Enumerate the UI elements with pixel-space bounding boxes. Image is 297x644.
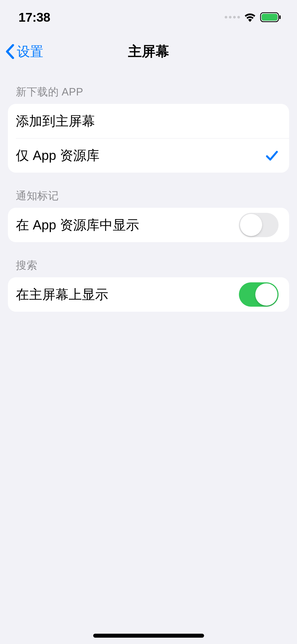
status-indicators — [225, 12, 281, 22]
group-search: 在主屏幕上显示 — [8, 277, 289, 312]
toggle-knob — [255, 283, 277, 306]
row-show-in-app-library: 在 App 资源库中显示 — [8, 208, 289, 242]
option-app-library-only[interactable]: 仅 App 资源库 — [16, 138, 289, 173]
page-title: 主屏幕 — [128, 42, 169, 61]
battery-icon — [260, 12, 281, 22]
row-show-on-home: 在主屏幕上显示 — [8, 277, 289, 312]
svg-rect-2 — [279, 15, 281, 19]
chevron-left-icon — [5, 44, 15, 59]
option-add-to-home[interactable]: 添加到主屏幕 — [8, 104, 289, 138]
status-time: 17:38 — [18, 10, 50, 25]
toggle-show-on-home[interactable] — [239, 282, 279, 307]
group-new-apps: 添加到主屏幕 仅 App 资源库 — [8, 104, 289, 173]
back-label: 设置 — [17, 43, 43, 61]
group-badges: 在 App 资源库中显示 — [8, 208, 289, 242]
row-label: 在 App 资源库中显示 — [16, 216, 139, 234]
home-indicator[interactable] — [93, 634, 204, 638]
content: 新下载的 APP 添加到主屏幕 仅 App 资源库 通知标记 在 App 资源库… — [0, 69, 297, 312]
option-label: 添加到主屏幕 — [16, 112, 95, 130]
section-header-new-apps: 新下载的 APP — [8, 69, 289, 104]
wifi-icon — [244, 12, 256, 22]
back-button[interactable]: 设置 — [5, 43, 43, 61]
option-label: 仅 App 资源库 — [16, 147, 100, 164]
row-label: 在主屏幕上显示 — [16, 286, 108, 303]
section-header-badges: 通知标记 — [8, 173, 289, 208]
toggle-knob — [240, 214, 262, 236]
svg-rect-1 — [262, 14, 277, 21]
status-bar: 17:38 — [0, 0, 297, 34]
checkmark-icon — [265, 149, 279, 162]
nav-bar: 设置 主屏幕 — [0, 34, 297, 69]
toggle-show-in-app-library[interactable] — [239, 213, 279, 237]
section-header-search: 搜索 — [8, 242, 289, 277]
cellular-signal-icon — [225, 16, 240, 19]
